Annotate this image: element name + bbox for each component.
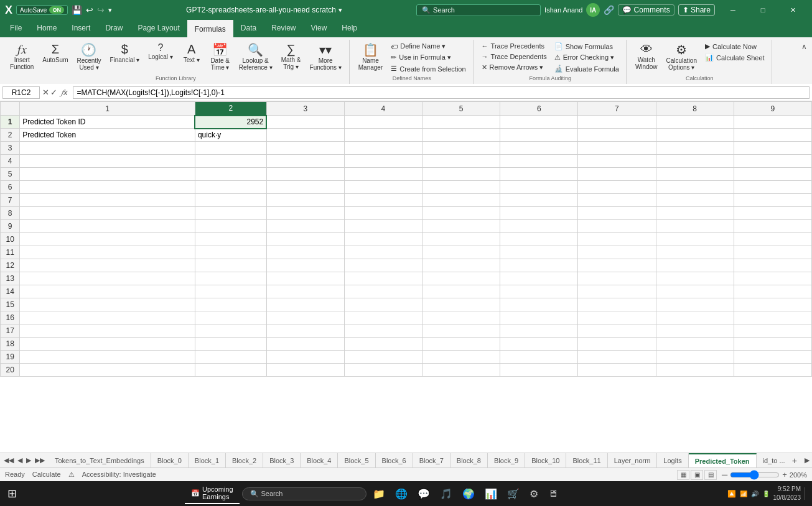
cell-r1-c3[interactable]: [266, 116, 344, 129]
cell-r3-c1[interactable]: [20, 142, 195, 155]
restore-button[interactable]: □: [749, 0, 777, 20]
tab-draw[interactable]: Draw: [98, 20, 130, 37]
row-header-19[interactable]: 19: [1, 351, 20, 364]
cell-r6-c5[interactable]: [422, 181, 500, 194]
share-extension-icon[interactable]: 🔗: [604, 5, 614, 15]
cell-r15-c1[interactable]: [20, 298, 195, 311]
cell-r16-c1[interactable]: [20, 311, 195, 324]
cell-r15-c9[interactable]: [734, 298, 811, 311]
tab-scroll-right-icon[interactable]: ▶▶: [34, 455, 46, 466]
taskbar-icon-store[interactable]: 🛒: [503, 485, 523, 502]
cell-r5-c5[interactable]: [422, 168, 500, 181]
cell-r1-c7[interactable]: [578, 116, 656, 129]
math-trig-button[interactable]: ∑ Math &Trig ▾: [278, 41, 305, 71]
cell-r1-c9[interactable]: [734, 116, 811, 129]
cell-r2-c2[interactable]: quick·y: [195, 129, 266, 142]
col-header-1[interactable]: 1: [20, 102, 195, 116]
date-time-button[interactable]: 📅 Date &Time ▾: [207, 41, 234, 72]
cell-r10-c1[interactable]: [20, 233, 195, 246]
cell-r12-c1[interactable]: [20, 259, 195, 272]
cell-r19-c2[interactable]: [195, 351, 266, 364]
cell-r19-c3[interactable]: [266, 351, 344, 364]
page-layout-view-button[interactable]: ▣: [691, 470, 703, 480]
row-header-10[interactable]: 10: [1, 233, 20, 246]
cell-r6-c7[interactable]: [578, 181, 656, 194]
cell-r14-c3[interactable]: [266, 285, 344, 298]
cell-r15-c4[interactable]: [344, 298, 422, 311]
taskbar-icon-maps[interactable]: 🌍: [459, 485, 478, 502]
cell-r6-c6[interactable]: [500, 181, 578, 194]
cell-r16-c3[interactable]: [266, 311, 344, 324]
row-header-3[interactable]: 3: [1, 142, 20, 155]
sheet-tab-block_11[interactable]: Block_11: [566, 453, 607, 468]
search-box[interactable]: 🔍 Search: [416, 4, 541, 16]
accessibility-status[interactable]: Accessibility: Investigate: [82, 471, 156, 479]
cell-r3-c4[interactable]: [344, 142, 422, 155]
cell-r16-c8[interactable]: [656, 311, 734, 324]
cell-r14-c4[interactable]: [344, 285, 422, 298]
cell-r12-c5[interactable]: [422, 259, 500, 272]
sheet-tab-block_2[interactable]: Block_2: [226, 453, 263, 468]
sheet-tab-layer_norm[interactable]: Layer_norm: [608, 453, 658, 468]
taskbar-icon-files[interactable]: 📁: [369, 485, 389, 502]
cell-r1-c8[interactable]: [656, 116, 734, 129]
cell-r7-c4[interactable]: [344, 194, 422, 207]
taskbar-icon-chat[interactable]: 💬: [414, 485, 434, 502]
cell-r15-c2[interactable]: [195, 298, 266, 311]
save-icon[interactable]: 💾: [72, 5, 82, 15]
logical-button[interactable]: ? Logical ▾: [144, 41, 176, 62]
cell-r11-c5[interactable]: [422, 246, 500, 259]
cell-r20-c3[interactable]: [266, 364, 344, 377]
cell-r1-c2[interactable]: 2952: [195, 116, 266, 129]
redo-icon[interactable]: ↪: [97, 5, 105, 15]
sheet-tab-block_5[interactable]: Block_5: [338, 453, 375, 468]
cell-r15-c5[interactable]: [422, 298, 500, 311]
cell-r8-c8[interactable]: [656, 207, 734, 220]
volume-icon[interactable]: 🔊: [751, 490, 758, 497]
cell-r4-c3[interactable]: [266, 155, 344, 168]
cell-r1-c1[interactable]: Predicted Token ID: [20, 116, 195, 129]
cell-r14-c5[interactable]: [422, 285, 500, 298]
cell-r14-c8[interactable]: [656, 285, 734, 298]
cell-r10-c2[interactable]: [195, 233, 266, 246]
row-header-20[interactable]: 20: [1, 364, 20, 377]
undo-icon[interactable]: ↩: [86, 5, 93, 15]
cell-r9-c9[interactable]: [734, 220, 811, 233]
sheet-tab-tokens_to_text_embeddings[interactable]: Tokens_to_Text_Embeddings: [49, 453, 151, 468]
cell-r4-c8[interactable]: [656, 155, 734, 168]
sheet-tab-block_10[interactable]: Block_10: [525, 453, 566, 468]
col-header-5[interactable]: 5: [422, 102, 500, 116]
cell-r3-c8[interactable]: [656, 142, 734, 155]
sheet-tab-block_0[interactable]: Block_0: [151, 453, 189, 468]
cell-r15-c7[interactable]: [578, 298, 656, 311]
share-button[interactable]: ⬆ Share: [678, 4, 715, 16]
confirm-formula-icon[interactable]: ✓: [50, 88, 57, 97]
dropdown-icon[interactable]: ▾: [338, 6, 342, 14]
cell-r10-c4[interactable]: [344, 233, 422, 246]
cell-r15-c3[interactable]: [266, 298, 344, 311]
cell-r18-c7[interactable]: [578, 338, 656, 351]
cell-r5-c8[interactable]: [656, 168, 734, 181]
scroll-right-icon[interactable]: ▶: [802, 456, 812, 464]
cell-r20-c1[interactable]: [20, 364, 195, 377]
calculate-sheet-button[interactable]: 📊 Calculate Sheet: [702, 52, 768, 63]
more-functions-button[interactable]: ▾▾ MoreFunctions ▾: [306, 41, 345, 72]
error-checking-button[interactable]: ⚠ Error Checking ▾: [551, 52, 622, 63]
calculate-now-button[interactable]: ▶ Calculate Now: [702, 41, 768, 52]
cell-r15-c6[interactable]: [500, 298, 578, 311]
cell-r7-c9[interactable]: [734, 194, 811, 207]
cell-r3-c6[interactable]: [500, 142, 578, 155]
time-display[interactable]: 9:52 PM 10/8/2023: [773, 485, 801, 502]
cell-r19-c6[interactable]: [500, 351, 578, 364]
autosum-button[interactable]: Σ AutoSum: [39, 41, 72, 65]
cell-r9-c6[interactable]: [500, 220, 578, 233]
cell-r11-c3[interactable]: [266, 246, 344, 259]
cell-r3-c2[interactable]: [195, 142, 266, 155]
cell-r12-c2[interactable]: [195, 259, 266, 272]
zoom-in-icon[interactable]: +: [782, 470, 787, 479]
taskbar-icon-monitor[interactable]: 🖥: [544, 485, 562, 502]
cell-r8-c6[interactable]: [500, 207, 578, 220]
cell-r16-c7[interactable]: [578, 311, 656, 324]
row-header-18[interactable]: 18: [1, 338, 20, 351]
cell-r17-c3[interactable]: [266, 324, 344, 338]
